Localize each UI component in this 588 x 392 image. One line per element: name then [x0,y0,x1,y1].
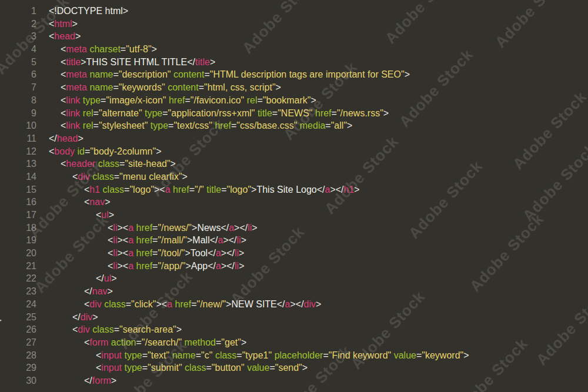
token-attr: charset [89,44,120,54]
token-attr: href [169,95,185,105]
code-text: </form> [36,374,116,387]
token-plain: < [61,159,66,169]
code-line: 13<header class="site-head"> [0,158,469,170]
token-value: "/" [195,185,204,195]
token-plain: = [196,350,201,360]
token-tag: div [78,324,89,334]
token-attr: id [78,146,85,156]
token-attr: type [125,363,142,373]
token-plain: = [257,95,262,105]
code-area[interactable]: 1<!DOCTYPE html>2<html>3<head>4<meta cha… [0,5,469,387]
code-line: 2<html> [0,18,469,31]
token-plain: = [124,185,129,195]
code-text: <body id="body-2column"> [36,145,162,158]
code-line: 4<meta charset="utf-8"> [0,43,469,56]
token-plain: <!DOCTYPE html> [49,6,128,16]
token-value: "c" [201,350,212,360]
token-tag: form [89,337,108,347]
token-tag: a [167,299,172,309]
token-attr: href [136,235,153,245]
line-number: 26 [0,323,36,336]
code-line: 11</head> [0,132,469,145]
token-plain: < [84,337,89,347]
token-attr: type [151,120,168,130]
token-plain: > [252,223,257,233]
token-plain: </ [49,133,57,143]
token-tag: a [128,248,133,258]
token-tag: ul [104,273,111,283]
token-tag: link [66,95,80,105]
token-plain: > [241,235,246,245]
token-value: "button" [212,363,245,373]
line-number: 10 [0,119,36,132]
code-text: </nav> [36,285,113,298]
line-number: 11 [0,132,36,145]
watermark-tile: Adobe Stock [533,283,588,368]
token-attr: media [300,120,326,130]
token-plain: = [185,95,191,105]
token-plain: = [272,108,278,118]
token-value: "application/rss+xml" [168,108,255,118]
token-plain: > [171,159,176,169]
token-value: "/new/" [196,299,226,309]
token-attr: title [206,185,221,195]
token-plain: = [189,185,195,195]
code-text: <header class="site-head"> [36,158,176,170]
token-attr: href [215,120,231,130]
token-plain: >Mall</ [187,235,218,245]
code-text: <meta name="description" content="HTML d… [36,68,410,81]
token-plain: = [216,337,221,347]
token-plain: > [109,210,114,220]
token-tag: meta [66,69,87,79]
token-tag: h1 [344,185,355,195]
token-plain: >THIS SITE HTML TITLE</ [81,57,195,67]
code-line: 23</nav> [0,285,469,298]
token-tag: input [101,350,122,360]
token-tag: a [128,223,133,233]
token-plain: < [61,120,66,130]
token-plain: </ [84,376,92,386]
line-number: 25 [0,311,36,324]
token-plain: </ [96,273,104,283]
token-plain: = [93,120,99,130]
token-tag: a [165,185,171,195]
token-attr: method [185,337,216,347]
token-plain: ></ [234,223,248,233]
token-plain: < [96,210,101,220]
line-number: 12 [0,145,36,158]
line-number: 15 [0,183,36,196]
token-attr: rel [83,120,93,130]
token-attr: href [173,185,189,195]
code-line: 21<li><a href="/app/">App</a></li> [0,260,469,273]
token-plain: ></ [223,235,236,245]
token-plain: > [78,133,83,143]
token-value: "html, css, script" [204,82,276,92]
token-tag: nav [92,286,108,296]
token-plain: > [156,146,161,156]
code-text: </ul> [36,272,117,285]
token-plain: >< [156,299,168,309]
line-number: 28 [0,349,36,362]
line-number: 22 [0,272,36,285]
token-attr: value [394,350,416,360]
token-tag: title [66,57,81,67]
token-plain: < [108,261,113,271]
code-line: 17<ul> [0,209,469,222]
line-number: 14 [0,170,36,183]
token-plain: </ [72,312,81,322]
token-plain: > [276,82,281,92]
token-attr: class [92,324,113,334]
token-value: "css/base.css" [236,120,297,130]
code-editor-screen: 1<!DOCTYPE html>2<html>3<head>4<meta cha… [0,0,588,392]
token-tag: div [81,312,92,322]
token-value: "all" [331,120,347,130]
token-attr: href [315,108,332,118]
token-plain: > [239,248,244,258]
token-plain: > [302,363,308,373]
token-plain: ></ [221,261,235,271]
code-text: <!DOCTYPE html> [36,5,128,18]
token-plain: > [75,31,81,41]
token-attr: rel [247,95,258,105]
code-line: 12<body id="body-2column"> [0,145,469,158]
line-number: 29 [0,361,36,374]
